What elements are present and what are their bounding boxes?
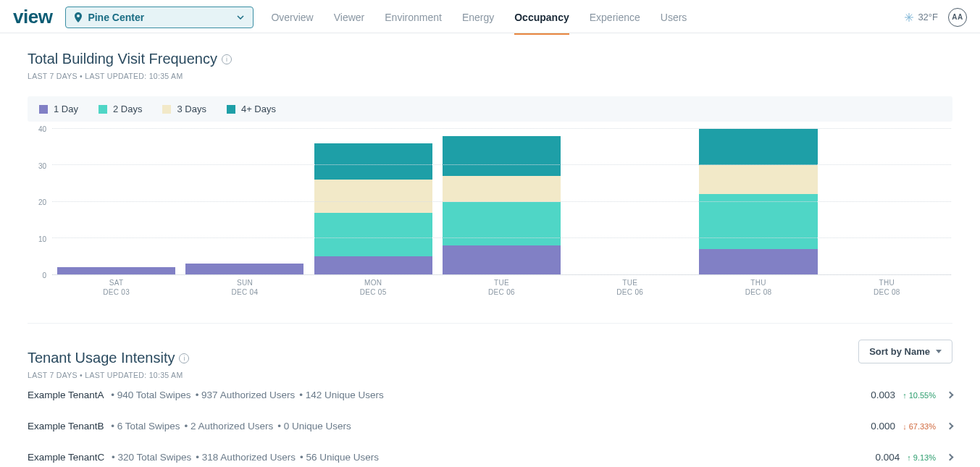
- bar-slot: [437, 129, 566, 274]
- tenant-row-right: 0.003↑ 10.55%: [871, 390, 952, 400]
- tenant-stat-swipes: • 320 Total Swipes: [109, 452, 191, 463]
- bar-segment: [699, 249, 817, 274]
- tenant-stat-authorized: • 2 Authorized Users: [185, 421, 274, 432]
- tenant-row-left: Example TenantC • 320 Total Swipes• 318 …: [28, 452, 379, 463]
- divider: [28, 323, 952, 324]
- temperature: 32°F: [905, 12, 938, 22]
- x-axis: SATDEC 03SUNDEC 04MONDEC 05TUEDEC 06TUED…: [52, 275, 951, 297]
- legend-swatch: [162, 105, 171, 114]
- bar-segment: [314, 213, 432, 256]
- bar-segment: [314, 180, 432, 212]
- legend-swatch: [39, 105, 48, 114]
- location-label: Pine Center: [88, 12, 144, 23]
- bar-segment: [699, 165, 817, 194]
- x-label: MONDEC 05: [309, 275, 437, 297]
- bar-stack: [828, 129, 946, 274]
- chart-plot: [52, 129, 951, 275]
- bar-stack: [185, 129, 303, 274]
- nav-environment[interactable]: Environment: [385, 7, 442, 28]
- legend-swatch: [99, 105, 107, 114]
- tenant-name: Example TenantC: [28, 452, 104, 463]
- nav-energy[interactable]: Energy: [462, 7, 494, 28]
- bar-slot: [694, 129, 822, 274]
- sort-button[interactable]: Sort by Name: [858, 340, 952, 363]
- temperature-value: 32°F: [918, 12, 938, 22]
- x-label: SUNDEC 04: [180, 275, 309, 297]
- legend-item: 3 Days: [162, 104, 206, 114]
- bar-stack: [57, 129, 175, 274]
- tenant-name: Example TenantB: [28, 421, 104, 432]
- tenant-stat-unique: • 0 Unique Users: [277, 421, 351, 432]
- info-icon[interactable]: i: [179, 353, 189, 363]
- snowflake-icon: [905, 13, 913, 22]
- chevron-right-icon: [947, 454, 954, 461]
- nav-occupancy[interactable]: Occupancy: [514, 7, 569, 28]
- location-picker[interactable]: Pine Center: [65, 7, 254, 28]
- legend-item: 1 Day: [39, 104, 78, 114]
- x-label: TUEDEC 06: [566, 275, 694, 297]
- tenant-row-right: 0.004↑ 9.13%: [875, 452, 952, 463]
- bar-segment: [185, 264, 303, 274]
- legend-label: 1 Day: [54, 104, 78, 114]
- tenant-row-left: Example TenantA • 940 Total Swipes• 937 …: [28, 390, 384, 400]
- nav-experience[interactable]: Experience: [590, 7, 640, 28]
- tenant-ratio: 0.004: [875, 452, 900, 463]
- tenant-stat-unique: • 142 Unique Users: [299, 390, 384, 400]
- bar-stack: [571, 129, 689, 274]
- tenant-pct-change: ↑ 10.55%: [902, 391, 936, 400]
- bar-slot: [52, 129, 180, 274]
- bar-stack: [443, 129, 561, 274]
- bar-segment: [443, 176, 561, 201]
- avatar-initials: AA: [952, 13, 963, 21]
- nav-overview[interactable]: Overview: [271, 7, 313, 28]
- legend-item: 4+ Days: [227, 104, 276, 114]
- avatar[interactable]: AA: [948, 8, 967, 27]
- chevron-down-icon: [237, 15, 244, 20]
- tenant-title: Tenant Usage Intensity i: [28, 350, 189, 366]
- bar-slot: [823, 129, 951, 274]
- tenant-title-text: Tenant Usage Intensity: [28, 350, 175, 366]
- tenant-row[interactable]: Example TenantA • 940 Total Swipes• 937 …: [28, 379, 952, 411]
- content: Total Building Visit Frequency i LAST 7 …: [0, 33, 980, 467]
- tenant-meta: LAST 7 DAYS • LAST UPDATED: 10:35 AM: [28, 371, 189, 379]
- top-bar: view Pine Center OverviewViewerEnvironme…: [0, 0, 980, 33]
- sort-button-label: Sort by Name: [869, 346, 930, 357]
- tenant-pct-change: ↓ 67.33%: [902, 422, 936, 431]
- tenant-stat-swipes: • 6 Total Swipes: [109, 421, 180, 432]
- y-tick: 30: [38, 161, 46, 169]
- tenant-row[interactable]: Example TenantC • 320 Total Swipes• 318 …: [28, 442, 952, 467]
- tenant-row[interactable]: Example TenantB • 6 Total Swipes• 2 Auth…: [28, 411, 952, 442]
- bar-slot: [566, 129, 694, 274]
- bar-slot: [180, 129, 309, 274]
- nav-viewer[interactable]: Viewer: [334, 7, 365, 28]
- legend-label: 4+ Days: [241, 104, 276, 114]
- tenant-name: Example TenantA: [28, 390, 104, 400]
- tenant-ratio: 0.003: [871, 390, 895, 400]
- x-label: THUDEC 08: [694, 275, 822, 297]
- visit-freq-chart: 010203040 SATDEC 03SUNDEC 04MONDEC 05TUE…: [28, 129, 952, 297]
- y-tick: 40: [38, 125, 46, 133]
- legend-item: 2 Days: [99, 104, 142, 114]
- tenant-stat-authorized: • 937 Authorized Users: [196, 390, 296, 400]
- bar-segment: [699, 129, 817, 165]
- nav-users[interactable]: Users: [661, 7, 687, 28]
- grid-line: [52, 164, 951, 165]
- info-icon[interactable]: i: [222, 54, 232, 64]
- tenant-row-left: Example TenantB • 6 Total Swipes• 2 Auth…: [28, 421, 351, 432]
- bar-slot: [309, 129, 437, 274]
- bar-segment: [314, 143, 432, 180]
- grid-line: [52, 201, 951, 202]
- bar-segment: [314, 256, 432, 274]
- tenant-ratio: 0.000: [871, 421, 895, 432]
- grid-line: [52, 237, 951, 238]
- dropdown-triangle-icon: [936, 350, 942, 353]
- visit-freq-title: Total Building Visit Frequency i: [28, 51, 952, 67]
- x-label: SATDEC 03: [52, 275, 180, 297]
- chevron-right-icon: [947, 423, 954, 430]
- pin-icon: [75, 12, 82, 22]
- bar-segment: [57, 267, 175, 274]
- bar-segment: [443, 202, 561, 245]
- chart-legend: 1 Day2 Days3 Days4+ Days: [28, 96, 952, 122]
- logo: view: [13, 6, 52, 28]
- tenant-row-right: 0.000↓ 67.33%: [871, 421, 952, 432]
